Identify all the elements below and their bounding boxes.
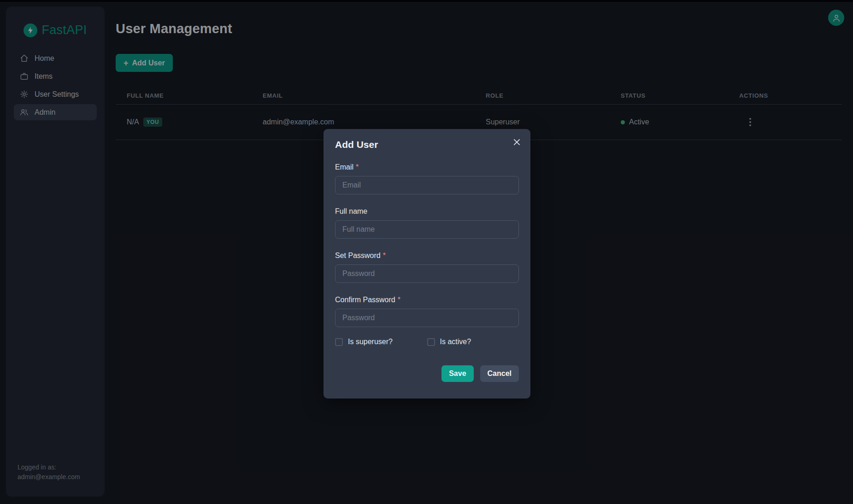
close-icon[interactable]: [512, 137, 522, 147]
is-active-label: Is active?: [440, 338, 471, 346]
full-name-field[interactable]: [335, 220, 519, 239]
required-asterisk: *: [356, 163, 359, 171]
set-password-field[interactable]: [335, 264, 519, 283]
confirm-password-field-group: Confirm Password*: [335, 296, 519, 327]
is-superuser-label: Is superuser?: [348, 338, 393, 346]
app-window: FastAPI Home Items User Settings: [0, 0, 853, 504]
is-active-checkbox[interactable]: [427, 338, 435, 346]
add-user-modal: Add User Email* Full name Set Password* …: [324, 129, 530, 399]
email-field[interactable]: [335, 176, 519, 194]
modal-title: Add User: [335, 139, 378, 150]
is-active-check-group: Is active?: [427, 338, 519, 346]
full-name-field-label: Full name: [335, 207, 519, 216]
set-password-field-group: Set Password*: [335, 252, 519, 283]
modal-header: Add User: [335, 139, 519, 150]
full-name-field-group: Full name: [335, 207, 519, 239]
required-asterisk: *: [398, 296, 400, 304]
save-button[interactable]: Save: [441, 365, 473, 382]
modal-footer: Save Cancel: [335, 365, 519, 382]
set-password-field-label: Set Password*: [335, 252, 519, 260]
is-superuser-check-group: Is superuser?: [335, 338, 427, 346]
cancel-button[interactable]: Cancel: [480, 365, 519, 382]
email-field-group: Email*: [335, 163, 519, 194]
confirm-password-field-label: Confirm Password*: [335, 296, 519, 304]
email-field-label: Email*: [335, 163, 519, 171]
checkbox-row: Is superuser? Is active?: [335, 338, 519, 346]
required-asterisk: *: [383, 252, 386, 259]
confirm-password-field[interactable]: [335, 309, 519, 327]
is-superuser-checkbox[interactable]: [335, 338, 343, 346]
